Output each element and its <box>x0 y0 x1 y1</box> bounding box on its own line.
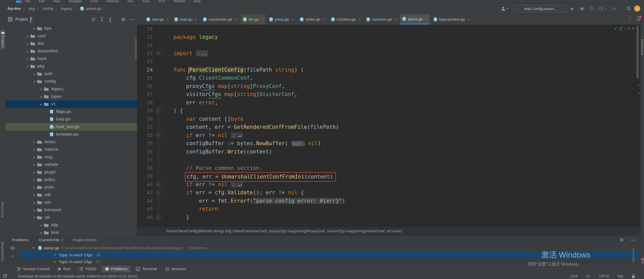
tree-item-ssh[interactable]: ▸ssh <box>6 199 137 206</box>
collapse-all-icon[interactable] <box>108 17 112 22</box>
tab-close-icon[interactable]: × <box>468 17 470 21</box>
tab-close-icon[interactable]: × <box>323 17 325 21</box>
tree-item-frps[interactable]: ▸frps <box>6 25 137 32</box>
code-text[interactable]: configBuffer.Write(content) <box>163 148 640 156</box>
toolwindow-problems[interactable]: Problems <box>102 266 131 272</box>
code-text[interactable]: } <box>163 213 640 222</box>
project-panel-header[interactable]: Project ▼ — <box>6 14 137 25</box>
tree-chevron-icon[interactable]: ▸ <box>32 155 37 159</box>
tree-item-load.go[interactable]: load.go <box>6 115 137 123</box>
prev-problem-chevron-icon[interactable]: ˄ <box>627 26 630 31</box>
menu-item-tools[interactable]: Tools <box>142 0 150 3</box>
menu-item-navigate[interactable]: Navigate <box>69 0 82 3</box>
tree-chevron-icon[interactable]: ▾ <box>32 216 37 220</box>
tree-item-template.go[interactable]: template.go <box>6 131 137 138</box>
stripe-bookmarks-button[interactable]: Bookmarks <box>1 242 5 261</box>
tree-item-load_test.go[interactable]: load_test.go <box>6 123 137 131</box>
breadcrumb-item-config[interactable]: config <box>43 6 53 11</box>
status-message[interactable]: Download all modules to the module cache… <box>18 274 138 278</box>
tree-chevron-icon[interactable]: ▸ <box>32 193 37 197</box>
code-text[interactable]: if err != nil : ↵ <box>163 131 640 140</box>
code-editor[interactable]: 1415package legacy1617+import ...2324fun… <box>137 25 640 227</box>
tree-chevron-icon[interactable]: ▸ <box>32 201 37 204</box>
ide-update-icon[interactable]: ↑ <box>634 6 640 12</box>
code-text[interactable]: visitorCfgs map[string]VisitorConf, <box>163 90 640 99</box>
tab-current-file[interactable]: Current File2 <box>39 238 63 242</box>
code-text[interactable]: if err = cfg.Validate(); err != nil { <box>163 189 640 197</box>
menu-item-refactor[interactable]: Refactor <box>107 0 119 3</box>
toolwindow-terminal[interactable]: Terminal <box>133 266 160 272</box>
tree-item-msg[interactable]: ▸msg <box>6 153 137 161</box>
toolwindow-todo[interactable]: TODO <box>76 266 100 272</box>
expand-all-icon[interactable] <box>100 17 104 22</box>
code-text[interactable]: if err != nil : ↵ <box>163 180 640 189</box>
problems-file-group-row[interactable]: ▼ parse.go C:\Users\Administrator\Deskto… <box>32 245 207 251</box>
editor-tab-conversion.go[interactable]: conversion.go× <box>201 14 239 24</box>
tab-close-icon[interactable]: × <box>166 17 169 21</box>
editor-tab-load.go[interactable]: load.go× <box>172 14 199 24</box>
line-separator-widget[interactable]: LF <box>586 274 590 278</box>
tree-item-sdk[interactable]: ▸sdk <box>6 191 137 199</box>
tree-chevron-icon[interactable]: ▸ <box>39 231 44 235</box>
tree-item-plugin[interactable]: ▸plugin <box>6 168 137 176</box>
tree-chevron-icon[interactable]: ▸ <box>39 102 44 106</box>
tree-chevron-icon[interactable]: ▸ <box>32 178 37 182</box>
toolwindow-services[interactable]: Services <box>162 266 189 272</box>
toolwindow-run[interactable]: Run <box>55 266 74 272</box>
stripe-structure-button[interactable]: Structure <box>1 202 5 218</box>
code-text[interactable]: cfg ClientCommonConf, <box>163 74 640 82</box>
search-everywhere-icon[interactable] <box>625 5 633 12</box>
breadcrumb-file[interactable]: parse.go <box>86 6 101 11</box>
tab-project-errors[interactable]: Project Errors <box>73 238 97 242</box>
caret-position-widget[interactable]: 24:6 <box>571 274 578 278</box>
lock-icon[interactable] <box>632 274 635 278</box>
code-text[interactable]: cfg, err = UnmarshalClientConfFromIni(co… <box>163 172 640 180</box>
preview-eye-icon[interactable] <box>10 246 15 250</box>
tree-chevron-icon[interactable]: ▸ <box>32 185 37 189</box>
tab-close-icon[interactable]: × <box>425 17 428 21</box>
tree-item-util[interactable]: ▾util <box>6 214 137 221</box>
tree-item-http[interactable]: ▸http <box>6 221 137 229</box>
tree-chevron-icon[interactable]: ▸ <box>39 223 44 227</box>
tree-chevron-icon[interactable]: ▸ <box>32 148 37 151</box>
code-text[interactable]: var content []byte <box>163 115 640 123</box>
code-text[interactable] <box>163 41 640 49</box>
code-text[interactable]: err error, <box>163 99 640 107</box>
tree-chevron-icon[interactable]: ▸ <box>25 34 30 38</box>
tree-item-errors[interactable]: ▸errors <box>6 138 137 146</box>
problems-settings-gear-icon[interactable] <box>620 238 624 242</box>
code-text[interactable] <box>163 156 640 164</box>
tree-chevron-icon[interactable]: ▸ <box>32 163 37 167</box>
code-text[interactable]: func ParseClientConfig(filePath string) … <box>163 66 640 74</box>
code-text[interactable]: package legacy <box>163 33 640 41</box>
tab-close-icon[interactable]: × <box>235 17 237 21</box>
tree-chevron-icon[interactable]: ▸ <box>39 87 44 91</box>
tab-close-icon[interactable]: × <box>261 17 263 21</box>
code-text[interactable]: proxyCfgs map[string]ProxyConf, <box>163 82 640 90</box>
tree-item-metrics[interactable]: ▸metrics <box>6 146 137 153</box>
tree-item-config[interactable]: ▾config <box>6 78 137 85</box>
tree-chevron-icon[interactable]: ▾ <box>25 65 30 68</box>
fold-marker-icon[interactable]: + <box>157 51 160 55</box>
tree-item-types[interactable]: ▸types <box>6 93 137 100</box>
tree-chevron-icon[interactable]: ▸ <box>39 95 44 99</box>
tree-chevron-icon[interactable]: ▸ <box>32 140 37 144</box>
editor-tab-legacy-client.go[interactable]: legacy\client.go× <box>431 14 472 24</box>
menu-item-code[interactable]: Code <box>90 0 98 3</box>
code-text[interactable]: ) { <box>163 107 640 115</box>
stripe-database-button[interactable]: Database <box>641 39 644 55</box>
settings-gear-icon[interactable] <box>121 17 126 22</box>
tab-close-icon[interactable]: × <box>358 17 360 21</box>
problems-scrollbar[interactable] <box>632 248 634 263</box>
tree-item-hack[interactable]: ▸hack <box>6 55 137 63</box>
tree-chevron-icon[interactable]: ▸ <box>25 42 30 46</box>
tree-item-policy[interactable]: ▸policy <box>6 176 137 183</box>
coverage-button[interactable] <box>588 5 595 12</box>
menu-item-help[interactable]: Help <box>194 0 201 3</box>
code-text[interactable]: import ... <box>163 49 640 58</box>
editor-tab-common.go[interactable]: common.go× <box>364 14 399 24</box>
editor-tab-file.go[interactable]: file.go× <box>241 14 266 24</box>
menu-item-run[interactable]: Run <box>128 0 134 3</box>
breadcrumb-item-frp-dev[interactable]: frp-dev <box>8 6 21 11</box>
tree-item-flags.go[interactable]: flags.go <box>6 108 137 115</box>
